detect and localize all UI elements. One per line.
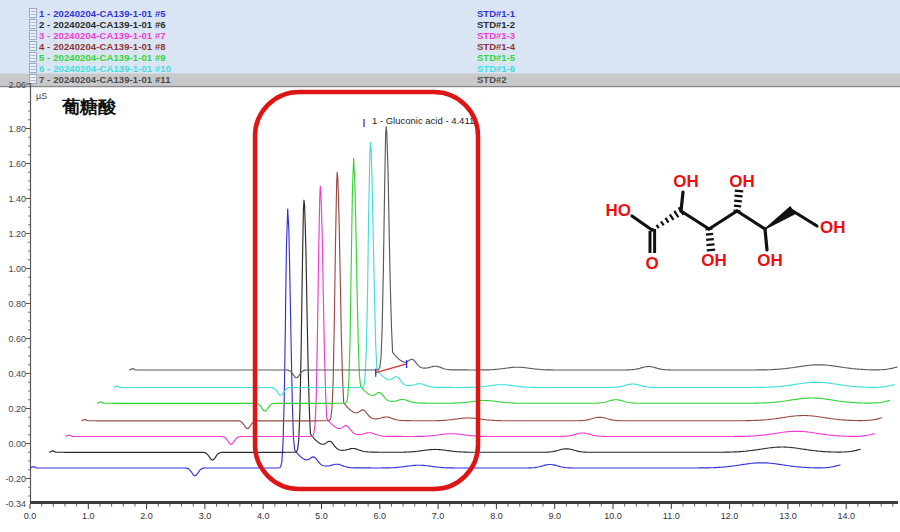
y-max-label: 2.06 bbox=[8, 80, 26, 90]
x-tick-label: 2.0 bbox=[140, 511, 153, 521]
plot-title: 葡糖酸 bbox=[61, 97, 117, 117]
chromatogram-item-icon bbox=[30, 31, 37, 40]
hash-bond-mark bbox=[706, 244, 714, 245]
molecule-structure: HOOOHOHOHOHOH bbox=[606, 172, 846, 273]
x-tick-label: 0.0 bbox=[24, 511, 37, 521]
x-tick-label: 9.0 bbox=[548, 511, 561, 521]
bond bbox=[792, 211, 817, 227]
atom-label: OH bbox=[820, 218, 846, 237]
y-tick-label: -0.20 bbox=[5, 474, 26, 484]
y-tick-label: 0.60 bbox=[8, 334, 26, 344]
y-min-label: -0.34 bbox=[5, 499, 26, 509]
bond bbox=[681, 192, 683, 211]
y-tick-label: 0.20 bbox=[8, 404, 26, 414]
chromatogram-item-icon bbox=[30, 42, 37, 51]
hash-bond-mark bbox=[674, 211, 678, 217]
legend-std-name: STD#1-3 bbox=[477, 30, 515, 41]
y-tick-label: 1.80 bbox=[8, 124, 26, 134]
bond bbox=[765, 229, 767, 250]
atom-label: O bbox=[645, 254, 658, 273]
bond bbox=[737, 211, 765, 229]
chromatogram-view: 1 - 20240204-CA139-1-01 #5STD#1-12 - 202… bbox=[0, 0, 900, 532]
chromatogram-trace-std1-5[interactable] bbox=[97, 158, 890, 411]
chromatogram-item-icon bbox=[30, 20, 37, 29]
atom-label: OH bbox=[757, 251, 783, 270]
legend-sample-name: 4 - 20240204-CA139-1-01 #8 bbox=[39, 41, 166, 52]
x-tick-label: 13.0 bbox=[779, 511, 797, 521]
x-tick-label: 1.0 bbox=[82, 511, 95, 521]
chromatogram-item-icon bbox=[30, 9, 37, 18]
hash-bond-mark bbox=[734, 196, 742, 197]
x-tick-label: 7.0 bbox=[432, 511, 445, 521]
x-tick-label: 11.0 bbox=[663, 511, 680, 521]
bond bbox=[681, 211, 709, 229]
legend-sample-name: 1 - 20240204-CA139-1-01 #5 bbox=[39, 8, 166, 19]
x-tick-label: 3.0 bbox=[199, 511, 212, 521]
chromatogram-trace-std1-4[interactable] bbox=[81, 172, 882, 428]
y-tick-label: 0.80 bbox=[8, 299, 26, 309]
hash-bond-mark bbox=[670, 214, 674, 220]
hash-bond-mark bbox=[734, 206, 741, 207]
hash-bond-mark bbox=[706, 234, 713, 235]
legend-std-name: STD#1-4 bbox=[477, 41, 516, 52]
hash-bond-mark bbox=[734, 201, 742, 202]
legend-std-name: STD#2 bbox=[477, 74, 507, 85]
x-tick-label: 14.0 bbox=[837, 511, 855, 521]
legend-sample-name: 2 - 20240204-CA139-1-01 #6 bbox=[39, 19, 166, 30]
hash-bond-mark bbox=[665, 218, 668, 223]
peak-label: 1 - Gluconic acid - 4.411 bbox=[372, 115, 474, 126]
legend-sample-name: 3 - 20240204-CA139-1-01 #7 bbox=[39, 30, 166, 41]
legend-sample-name: 5 - 20240204-CA139-1-01 #9 bbox=[39, 52, 166, 63]
y-tick-label: 0.40 bbox=[8, 369, 26, 379]
legend-std-name: STD#1-2 bbox=[477, 19, 515, 30]
chromatogram-item-icon bbox=[30, 64, 37, 73]
atom-label: HO bbox=[606, 201, 632, 220]
unit-label: µS bbox=[36, 91, 47, 101]
legend-sample-name: 7 - 20240204-CA139-1-01 #11 bbox=[39, 74, 171, 85]
hash-bond-mark bbox=[657, 225, 659, 228]
y-tick-label: 1.40 bbox=[8, 194, 26, 204]
hash-bond-mark bbox=[706, 239, 714, 240]
bond bbox=[709, 211, 737, 229]
chromatogram-trace-std1-3[interactable] bbox=[66, 186, 875, 444]
bond bbox=[632, 216, 652, 230]
atom-label: OH bbox=[729, 172, 755, 191]
legend-sample-name: 6 - 20240204-CA139-1-01 #10 bbox=[39, 63, 171, 74]
y-tick-label: 1.20 bbox=[8, 229, 26, 239]
y-tick-label: 1.60 bbox=[8, 159, 26, 169]
y-tick-label: 0.00 bbox=[8, 439, 26, 449]
legend-std-name: STD#1-1 bbox=[477, 8, 516, 19]
x-tick-label: 8.0 bbox=[490, 511, 503, 521]
x-tick-label: 6.0 bbox=[374, 511, 387, 521]
legend-std-name: STD#1-6 bbox=[477, 63, 515, 74]
highlight-box bbox=[255, 92, 478, 489]
x-tick-label: 10.0 bbox=[604, 511, 622, 521]
chromatogram-item-icon bbox=[30, 75, 37, 84]
legend-std-name: STD#1-5 bbox=[477, 52, 516, 63]
atom-label: OH bbox=[673, 172, 699, 191]
y-tick-label: 1.00 bbox=[8, 264, 26, 274]
x-tick-label: 4.0 bbox=[257, 511, 270, 521]
atom-label: OH bbox=[701, 251, 727, 270]
hash-bond-mark bbox=[661, 221, 664, 225]
hash-bond-mark bbox=[652, 228, 654, 231]
x-tick-label: 5.0 bbox=[315, 511, 328, 521]
x-tick-label: 12.0 bbox=[721, 511, 739, 521]
chromatogram-item-icon bbox=[30, 53, 37, 62]
